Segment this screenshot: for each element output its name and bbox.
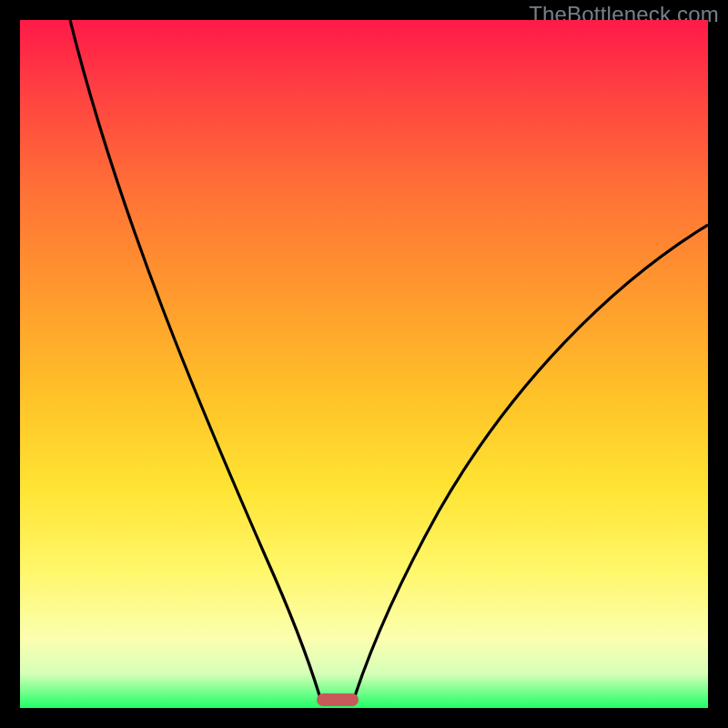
right-branch (352, 225, 708, 704)
bottleneck-curve (20, 20, 708, 708)
chart-frame: TheBottleneck.com (0, 0, 728, 728)
left-branch (70, 20, 322, 704)
plot-area (20, 20, 708, 708)
trough-marker (317, 693, 359, 706)
